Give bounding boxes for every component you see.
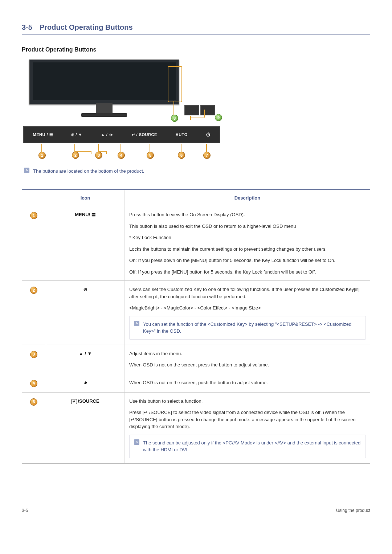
note-icon: [134, 439, 139, 445]
row-icon-source: /SOURCE: [71, 398, 99, 404]
enter-icon: [71, 399, 77, 404]
bar-source-label: ↵ / SOURCE: [132, 132, 157, 138]
row2-d1: <MagicBright> - <MagicColor> - <Color Ef…: [129, 304, 366, 312]
table-row: 5 /SOURCE Use this button to select a fu…: [22, 392, 370, 463]
row1-d5: Off: If you press the [MENU] button for …: [129, 268, 366, 276]
row5-note-text: The sound can be adjusted only if the <P…: [143, 439, 361, 454]
callout-6: 6: [178, 152, 185, 159]
bar-menu-label: MENU / 𝌆: [33, 132, 53, 138]
row-icon-custom: ⎚: [84, 287, 87, 292]
speaker-illustration: [200, 105, 215, 115]
th-desc: Description: [125, 190, 370, 206]
row1-d4: On: If you press down on the [MENU] butt…: [129, 257, 366, 264]
callout-9: 9: [215, 114, 222, 121]
row-badge-2: 2: [30, 287, 37, 294]
row1-d3: Locks the buttons to maintain the curren…: [129, 246, 366, 253]
section-number: 3-5: [22, 22, 32, 33]
row2-d0: Users can set the Customized Key to one …: [129, 286, 366, 300]
button-bar-illustration: MENU / 𝌆 ⎚ / ▼ ▲ / 🕩 ↵ / SOURCE AUTO ⏻: [23, 126, 220, 143]
table-row: 1 MENU/ 𝌆 Press this button to view the …: [22, 206, 370, 281]
row-badge-4: 4: [30, 380, 37, 387]
footer-left: 3-5: [22, 507, 28, 514]
callout-7: 7: [203, 152, 211, 159]
row-icon-volume: 🕩: [83, 380, 88, 385]
callout-1: 1: [38, 152, 46, 159]
note-icon: [134, 321, 139, 326]
row-icon-menu: MENU/ 𝌆: [75, 212, 96, 217]
row-icon-arrows: ▲ / ▼: [79, 351, 92, 356]
callout-4: 4: [118, 152, 125, 159]
callout-8: 8: [171, 115, 178, 122]
bar-auto-label: AUTO: [176, 132, 188, 138]
note-top: The buttons are located on the bottom of…: [24, 168, 370, 175]
th-icon: Icon: [46, 190, 125, 206]
row5-d0: Use this button to select a function.: [129, 398, 366, 405]
row1-d1: This button is also used to exit the OSD…: [129, 223, 366, 230]
row1-d2: * Key Lock Function: [129, 234, 366, 241]
row2-note-text: You can set the function of the <Customi…: [143, 321, 361, 335]
callout-3: 3: [95, 152, 102, 159]
row2-note: You can set the function of the <Customi…: [129, 316, 366, 340]
row-badge-1: 1: [30, 212, 37, 219]
table-row: 3 ▲ / ▼ Adjust items in the menu. When O…: [22, 345, 370, 374]
callout-2: 2: [72, 152, 79, 159]
section-title: Product Operating Buttons: [40, 22, 133, 33]
row5-d1: Press [↵ /SOURCE] to select the video si…: [129, 409, 366, 430]
bar-custom-label: ⎚ / ▼: [72, 132, 82, 138]
speaker-illustration: [184, 105, 199, 115]
row3-d0: Adjust items in the menu.: [129, 350, 366, 357]
row3-d1: When OSD is not on the screen, press the…: [129, 361, 366, 369]
monitor-illustration: [29, 59, 179, 104]
subheading: Product Operating Buttons: [22, 45, 370, 54]
callout-5: 5: [147, 152, 154, 159]
table-row: 4 🕩 When OSD is not on the screen, push …: [22, 374, 370, 392]
note-top-text: The buttons are located on the bottom of…: [33, 168, 144, 175]
row4-d0: When OSD is not on the screen, push the …: [129, 379, 366, 386]
bar-power-icon: ⏻: [206, 132, 211, 138]
row-badge-3: 3: [30, 351, 37, 358]
table-row: 2 ⎚ Users can set the Customized Key to …: [22, 281, 370, 345]
buttons-table: Icon Description 1 MENU/ 𝌆 Press this bu…: [22, 189, 370, 464]
bar-up-vol-label: ▲ / 🕩: [101, 132, 113, 138]
row5-note: The sound can be adjusted only if the <P…: [129, 435, 366, 458]
note-icon: [24, 168, 29, 173]
page-footer: 3-5 Using the product: [22, 507, 370, 514]
footer-right: Using the product: [336, 507, 370, 514]
row-badge-5: 5: [30, 398, 37, 406]
row1-d0: Press this button to view the On Screen …: [129, 211, 366, 218]
product-diagram: 8 9 MENU / 𝌆 ⎚ / ▼ ▲ / 🕩 ↵ / SOURCE AUTO…: [23, 59, 219, 162]
section-header: 3-5 Product Operating Buttons: [22, 22, 370, 34]
table-header-row: Icon Description: [22, 190, 370, 206]
